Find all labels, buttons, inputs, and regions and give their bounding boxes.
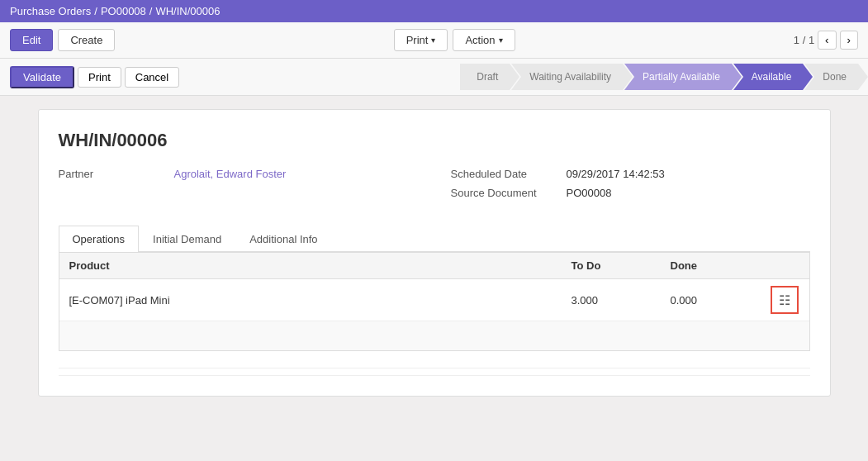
col-header-done: Done	[661, 253, 760, 279]
document-title: WH/IN/00006	[59, 130, 810, 151]
form-section: Partner Agrolait, Edward Foster Schedule…	[59, 168, 810, 206]
partner-value[interactable]: Agrolait, Edward Foster	[174, 168, 287, 180]
tab-bar: Operations Initial Demand Additional Inf…	[59, 226, 810, 252]
pipeline-step-draft[interactable]: Draft	[460, 64, 510, 90]
pipeline-step-available[interactable]: Available	[733, 64, 803, 90]
cell-todo: 3.000	[562, 279, 661, 321]
next-button[interactable]: ›	[840, 31, 858, 50]
breadcrumb-sep1: /	[94, 5, 97, 17]
cancel-button[interactable]: Cancel	[125, 67, 179, 88]
pipeline-draft-label: Draft	[477, 71, 498, 83]
pagination: 1 / 1 ‹ ›	[794, 31, 858, 50]
source-document-row: Source Document PO00008	[451, 187, 810, 199]
cell-action: ☷	[760, 279, 809, 321]
pipeline-step-waiting[interactable]: Waiting Availability	[511, 64, 623, 90]
pipeline-waiting-label: Waiting Availability	[529, 71, 611, 83]
breadcrumb-purchase-orders[interactable]: Purchase Orders	[10, 5, 91, 17]
breadcrumb-bar: Purchase Orders / PO00008 / WH/IN/00006	[0, 0, 868, 22]
col-header-action	[760, 253, 809, 279]
edit-button[interactable]: Edit	[10, 29, 53, 51]
print-caret-icon: ▾	[431, 36, 435, 45]
partner-row: Partner Agrolait, Edward Foster	[59, 168, 418, 180]
document-card: WH/IN/00006 Partner Agrolait, Edward Fos…	[38, 109, 831, 397]
empty-row	[59, 321, 809, 351]
source-document-label: Source Document	[451, 187, 567, 199]
action-toolbar: Edit Create Print ▾ Action ▾ 1 / 1 ‹ ›	[0, 22, 868, 59]
action-caret-icon: ▾	[499, 36, 503, 45]
scheduled-date-label: Scheduled Date	[451, 168, 567, 180]
status-bar: Validate Print Cancel Draft Waiting Avai…	[0, 59, 868, 96]
partner-label: Partner	[59, 168, 174, 180]
validate-button[interactable]: Validate	[10, 66, 74, 88]
detail-lines-button[interactable]: ☷	[771, 286, 799, 314]
breadcrumb-sep2: /	[149, 5, 153, 17]
status-pipeline: Draft Waiting Availability Partially Ava…	[460, 64, 858, 90]
pipeline-available-label: Available	[752, 71, 791, 83]
action-label: Action	[465, 34, 495, 46]
operations-table: Product To Do Done [E-COM07] iPad Mini 3…	[59, 253, 809, 350]
form-right: Scheduled Date 09/29/2017 14:42:53 Sourc…	[451, 168, 810, 206]
print-button[interactable]: Print ▾	[394, 29, 448, 51]
prev-button[interactable]: ‹	[818, 31, 836, 50]
table-row: [E-COM07] iPad Mini 3.000 0.000 ☷	[59, 279, 809, 321]
source-document-value: PO00008	[567, 187, 612, 199]
breadcrumb-current: WH/IN/00006	[155, 5, 220, 17]
detail-lines-icon: ☷	[779, 292, 790, 308]
col-header-todo: To Do	[562, 253, 661, 279]
pipeline-step-partially[interactable]: Partially Available	[624, 64, 732, 90]
cell-done: 0.000	[661, 279, 760, 321]
tab-operations[interactable]: Operations	[59, 226, 140, 252]
main-content: WH/IN/00006 Partner Agrolait, Edward Fos…	[0, 96, 868, 410]
print-label: Print	[406, 34, 429, 46]
pipeline-done-label: Done	[823, 71, 847, 83]
operations-table-section: Product To Do Done [E-COM07] iPad Mini 3…	[59, 252, 810, 351]
cell-product: [E-COM07] iPad Mini	[59, 279, 562, 321]
scheduled-date-row: Scheduled Date 09/29/2017 14:42:53	[451, 168, 810, 180]
form-left: Partner Agrolait, Edward Foster	[59, 168, 418, 206]
pipeline-partially-label: Partially Available	[643, 71, 720, 83]
pagination-count: 1 / 1	[794, 34, 814, 46]
create-button[interactable]: Create	[58, 29, 115, 51]
empty-cell	[59, 321, 809, 351]
print-action-button[interactable]: Print	[78, 67, 121, 88]
col-header-product: Product	[59, 253, 562, 279]
breadcrumb-po00008[interactable]: PO00008	[101, 5, 146, 17]
table-header-row: Product To Do Done	[59, 253, 809, 279]
action-button[interactable]: Action ▾	[453, 29, 515, 51]
tab-additional-info[interactable]: Additional Info	[235, 226, 331, 252]
scheduled-date-value: 09/29/2017 14:42:53	[567, 168, 665, 180]
tab-initial-demand[interactable]: Initial Demand	[139, 226, 235, 252]
